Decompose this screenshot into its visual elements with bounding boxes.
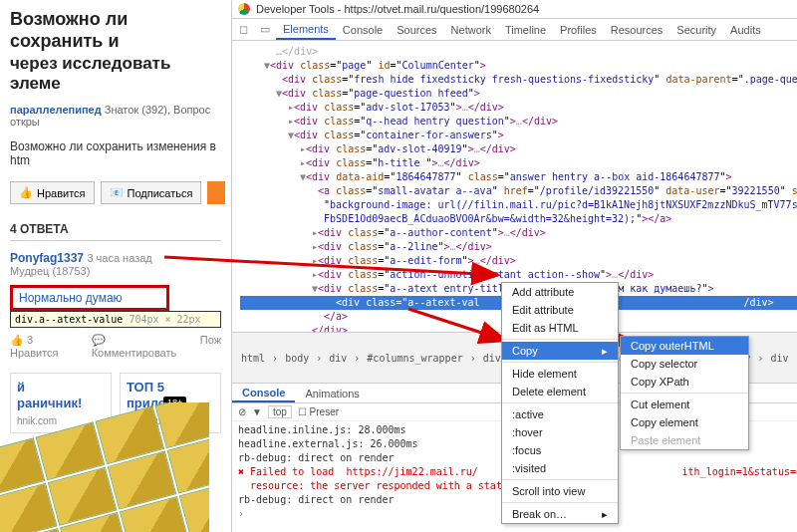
- promo-image: [0, 402, 209, 532]
- menu-break-on[interactable]: Break on…▸: [502, 505, 618, 523]
- submenu-paste-element: Paste element: [621, 431, 748, 449]
- device-icon[interactable]: ▭: [254, 23, 276, 36]
- devtools-toolbar: ◻ ▭ Elements Console Sources Network Tim…: [232, 19, 797, 41]
- answer-comment[interactable]: 💬 Комментировать: [92, 334, 192, 359]
- submenu-copy-selector[interactable]: Copy selector: [621, 355, 748, 373]
- menu-focus[interactable]: :focus: [502, 441, 618, 459]
- tab-sources[interactable]: Sources: [390, 21, 443, 39]
- context-select[interactable]: top: [268, 405, 292, 418]
- like-button[interactable]: 👍 Нравится: [10, 181, 95, 204]
- menu-hide-element[interactable]: Hide element: [502, 365, 618, 383]
- answer-like[interactable]: 👍 3 Нравится: [10, 334, 84, 359]
- menu-add-attribute[interactable]: Add attribute: [502, 283, 618, 301]
- submenu-copy-element[interactable]: Copy element: [621, 413, 748, 431]
- inspect-icon[interactable]: ◻: [232, 23, 254, 36]
- submenu-copy-xpath[interactable]: Copy XPath: [621, 373, 748, 391]
- answers-header: 4 ОТВЕТА: [10, 222, 221, 241]
- menu-visited[interactable]: :visited: [502, 459, 618, 477]
- answer-block: Ponyfag1337 3 часа назад Мудрец (18753) …: [10, 251, 221, 359]
- context-menu: Add attribute Edit attribute Edit as HTM…: [501, 282, 619, 524]
- answer-report[interactable]: Пож: [200, 334, 221, 359]
- subscribe-button[interactable]: 📧 Подписаться: [101, 181, 202, 204]
- question-title-line1: Возможно ли сохранить и: [10, 8, 221, 52]
- context-submenu-copy: Copy outerHTML Copy selector Copy XPath …: [620, 336, 749, 450]
- answer-button[interactable]: [207, 181, 225, 204]
- page-content: Возможно ли сохранить и через исследоват…: [0, 0, 231, 532]
- tab-audits[interactable]: Audits: [723, 21, 768, 39]
- highlighted-answer-text: Нормально думаю: [10, 285, 169, 311]
- tab-resources[interactable]: Resources: [604, 21, 670, 39]
- drawer-tab-console[interactable]: Console: [232, 385, 295, 402]
- tab-security[interactable]: Security: [669, 21, 723, 39]
- question-body: Возможно ли сохранить изменения в htm: [10, 139, 221, 167]
- menu-delete-element[interactable]: Delete element: [502, 383, 618, 400]
- menu-edit-attribute[interactable]: Edit attribute: [502, 301, 618, 319]
- menu-edit-as-html[interactable]: Edit as HTML: [502, 319, 618, 337]
- filter-icon[interactable]: ▼: [252, 406, 262, 417]
- devtools-titlebar: Developer Tools - https://otvet.mail.ru/…: [232, 0, 797, 19]
- tab-timeline[interactable]: Timeline: [498, 21, 553, 39]
- chrome-icon: [238, 3, 250, 15]
- question-title-line2: через исследовать элеме: [10, 54, 221, 94]
- question-meta: параллелепипед Знаток (392), Вопрос откр…: [10, 104, 221, 128]
- menu-active[interactable]: :active: [502, 405, 618, 423]
- tab-network[interactable]: Network: [444, 21, 498, 39]
- menu-scroll-into-view[interactable]: Scroll into view: [502, 482, 618, 500]
- submenu-cut-element[interactable]: Cut element: [621, 396, 748, 413]
- answer-author[interactable]: Ponyfag1337: [10, 251, 84, 265]
- menu-copy[interactable]: Copy▸: [502, 342, 618, 360]
- tab-console[interactable]: Console: [336, 21, 390, 39]
- drawer-tab-animations[interactable]: Animations: [295, 386, 369, 401]
- tab-profiles[interactable]: Profiles: [553, 21, 604, 39]
- question-author[interactable]: параллелепипед: [10, 104, 102, 116]
- menu-hover[interactable]: :hover: [502, 423, 618, 441]
- tab-elements[interactable]: Elements: [276, 20, 336, 40]
- submenu-copy-outerhtml[interactable]: Copy outerHTML: [621, 337, 748, 355]
- inspect-tooltip: div.a--atext-value 704px × 22px: [10, 311, 221, 328]
- clear-icon[interactable]: ⊘: [238, 406, 246, 417]
